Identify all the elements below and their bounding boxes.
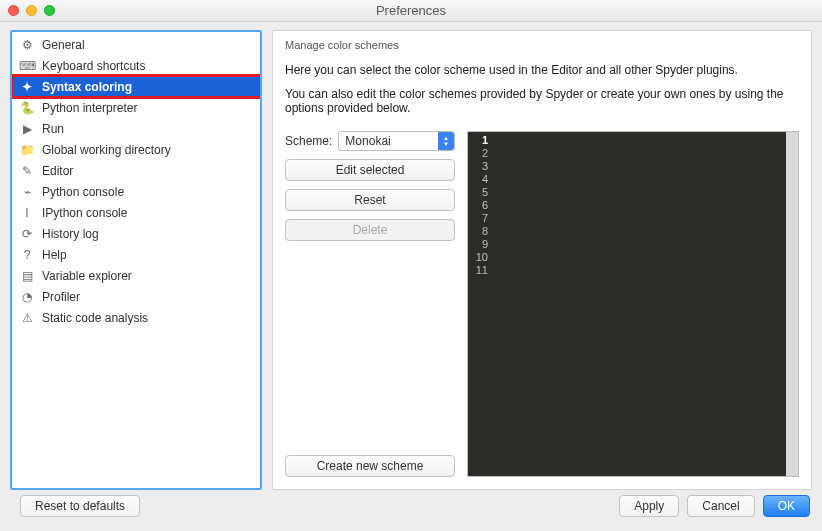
line-number-gutter: 1234567891011 (468, 132, 492, 476)
sidebar-item-variable-explorer[interactable]: ▤Variable explorer (12, 265, 260, 286)
sidebar-item-python-interpreter[interactable]: 🐍Python interpreter (12, 97, 260, 118)
line-number: 1 (470, 134, 488, 147)
editor-icon: ✎ (20, 164, 34, 178)
close-window-button[interactable] (8, 5, 19, 16)
sidebar-item-label: Editor (42, 164, 73, 178)
group-title: Manage color schemes (285, 39, 799, 51)
line-number: 3 (470, 160, 488, 173)
sidebar-item-label: History log (42, 227, 99, 241)
profiler-icon: ◔ (20, 290, 34, 304)
reset-to-defaults-button[interactable]: Reset to defaults (20, 495, 140, 517)
delete-button: Delete (285, 219, 455, 241)
zoom-window-button[interactable] (44, 5, 55, 16)
sidebar-item-label: Help (42, 248, 67, 262)
sidebar-item-label: Run (42, 122, 64, 136)
help-icon: ? (20, 248, 34, 262)
python-interpreter-icon: 🐍 (20, 101, 34, 115)
line-number: 4 (470, 173, 488, 186)
sidebar-item-run[interactable]: ▶Run (12, 118, 260, 139)
sidebar-item-global-working-directory[interactable]: 📁Global working directory (12, 139, 260, 160)
sidebar-item-help[interactable]: ?Help (12, 244, 260, 265)
sidebar-item-static-code-analysis[interactable]: ⚠Static code analysis (12, 307, 260, 328)
sidebar-item-history-log[interactable]: ⟳History log (12, 223, 260, 244)
preview-scrollbar[interactable] (786, 132, 798, 476)
sidebar-item-profiler[interactable]: ◔Profiler (12, 286, 260, 307)
history-log-icon: ⟳ (20, 227, 34, 241)
keyboard-shortcuts-icon: ⌨ (20, 59, 34, 73)
scheme-selected-value: Monokai (345, 134, 390, 148)
apply-button[interactable]: Apply (619, 495, 679, 517)
sidebar-item-keyboard-shortcuts[interactable]: ⌨Keyboard shortcuts (12, 55, 260, 76)
sidebar-item-python-console[interactable]: ⌁Python console (12, 181, 260, 202)
sidebar-item-label: Profiler (42, 290, 80, 304)
python-console-icon: ⌁ (20, 185, 34, 199)
reset-button[interactable]: Reset (285, 189, 455, 211)
dialog-footer: Reset to defaults Apply Cancel OK (0, 490, 822, 522)
line-number: 6 (470, 199, 488, 212)
window-title: Preferences (0, 3, 822, 18)
sidebar-item-label: Keyboard shortcuts (42, 59, 145, 73)
run-icon: ▶ (20, 122, 34, 136)
syntax-coloring-panel: Manage color schemes Here you can select… (272, 30, 812, 490)
line-number: 9 (470, 238, 488, 251)
scheme-label: Scheme: (285, 134, 332, 148)
line-number: 8 (470, 225, 488, 238)
sidebar-item-general[interactable]: ⚙General (12, 34, 260, 55)
static-code-analysis-icon: ⚠ (20, 311, 34, 325)
scheme-preview-editor: 1234567891011 (467, 131, 799, 477)
ok-button[interactable]: OK (763, 495, 810, 517)
line-number: 5 (470, 186, 488, 199)
description-text-2: You can also edit the color schemes prov… (285, 87, 799, 115)
sidebar-item-label: Python interpreter (42, 101, 137, 115)
edit-selected-button[interactable]: Edit selected (285, 159, 455, 181)
sidebar-item-label: Python console (42, 185, 124, 199)
sidebar-item-ipython-console[interactable]: IIPython console (12, 202, 260, 223)
sidebar-item-label: Variable explorer (42, 269, 132, 283)
line-number: 10 (470, 251, 488, 264)
create-new-scheme-button[interactable]: Create new scheme (285, 455, 455, 477)
general-icon: ⚙ (20, 38, 34, 52)
sidebar-item-editor[interactable]: ✎Editor (12, 160, 260, 181)
chevron-updown-icon: ▲▼ (438, 132, 454, 150)
titlebar: Preferences (0, 0, 822, 22)
ipython-console-icon: I (20, 206, 34, 220)
minimize-window-button[interactable] (26, 5, 37, 16)
variable-explorer-icon: ▤ (20, 269, 34, 283)
syntax-coloring-icon: ✦ (20, 80, 34, 94)
description-text-1: Here you can select the color scheme use… (285, 63, 799, 77)
sidebar-item-label: IPython console (42, 206, 127, 220)
global-working-directory-icon: 📁 (20, 143, 34, 157)
line-number: 2 (470, 147, 488, 160)
sidebar-item-label: General (42, 38, 85, 52)
line-number: 11 (470, 264, 488, 277)
sidebar-item-label: Global working directory (42, 143, 171, 157)
preferences-category-list[interactable]: ⚙General⌨Keyboard shortcuts✦Syntax color… (10, 30, 262, 490)
scheme-select[interactable]: Monokai ▲▼ (338, 131, 455, 151)
line-number: 7 (470, 212, 488, 225)
sidebar-item-label: Syntax coloring (42, 80, 132, 94)
cancel-button[interactable]: Cancel (687, 495, 754, 517)
sidebar-item-label: Static code analysis (42, 311, 148, 325)
sidebar-item-syntax-coloring[interactable]: ✦Syntax coloring (12, 76, 260, 97)
